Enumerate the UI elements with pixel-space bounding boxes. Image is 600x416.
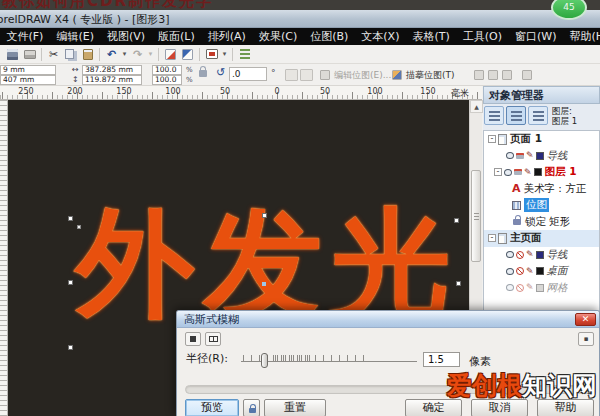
printable-icon[interactable] (516, 153, 524, 159)
import-button[interactable] (162, 46, 179, 62)
single-preview-button[interactable] (185, 332, 201, 346)
selection-handle-middle-right[interactable] (456, 281, 461, 286)
object-height-field[interactable]: 119.872 mm (82, 75, 142, 85)
menu-window[interactable]: 窗口(W) (509, 28, 563, 45)
application-launcher-button[interactable] (203, 46, 220, 62)
menu-effects[interactable]: 效果(C) (252, 28, 303, 45)
tree-row-locked-rectangle[interactable]: 锁定 矩形 (484, 214, 599, 231)
expand-panel-button[interactable]: ▪ (578, 332, 594, 346)
redo-button[interactable]: ↷ (129, 46, 146, 62)
menu-help[interactable]: 帮助(H) (563, 28, 600, 45)
artistic-text-object[interactable]: 外发光 (76, 204, 460, 322)
window-title: CorelDRAW X4 ( 专业版 ) - [图形3] (0, 12, 170, 27)
menu-tools[interactable]: 工具(O) (456, 28, 508, 45)
menu-file[interactable]: 文件(F) (0, 28, 50, 45)
standard-toolbar: ✂ ↶ ▾ ↷ ▾ ▾ (0, 45, 600, 64)
cut-button[interactable]: ✂ (45, 46, 62, 62)
export-button[interactable] (179, 46, 196, 62)
preview-lock-button[interactable] (243, 399, 260, 416)
slider-tick-marks-dense (273, 355, 313, 362)
non-printable-icon[interactable] (516, 284, 524, 292)
edit-bitmap-button[interactable]: 编辑位图(E)... (334, 69, 391, 82)
undo-button[interactable]: ↶ (103, 46, 120, 62)
editable-pencil-icon[interactable]: ✎ (526, 283, 534, 292)
object-width-field[interactable]: 387.285 mm (82, 65, 142, 75)
selection-handle-top-left[interactable] (68, 216, 73, 221)
trace-bitmap-button[interactable]: 描摹位图(T) (406, 69, 455, 82)
menu-edit[interactable]: 编辑(E) (50, 28, 101, 45)
scroll-up-arrow-icon[interactable]: ▲ (470, 100, 483, 113)
selection-handle-top-right[interactable] (454, 218, 459, 223)
menu-arrange[interactable]: 排列(A) (201, 28, 252, 45)
undo-dropdown[interactable]: ▾ (120, 50, 129, 58)
reset-button[interactable]: 重置 (264, 399, 326, 416)
tree-row-master-guides[interactable]: ✎ 导线 (484, 247, 599, 264)
collapse-icon[interactable]: - (494, 168, 502, 176)
tree-row-artistic-text[interactable]: A 美术字 : 方正 (484, 181, 599, 198)
selection-handle-middle-left[interactable] (68, 280, 73, 285)
paste-button[interactable] (79, 46, 96, 62)
scale-x-field[interactable]: 100.0 (152, 65, 182, 75)
selection-handle-bottom-left[interactable] (68, 345, 73, 350)
collapse-icon[interactable]: - (488, 234, 496, 242)
launcher-dropdown[interactable]: ▾ (220, 50, 229, 58)
tree-row-bitmap[interactable]: 位图 (484, 197, 599, 214)
visibility-eye-icon[interactable] (506, 152, 514, 159)
docker-title: 对象管理器 (483, 86, 600, 104)
dialog-title-bar[interactable]: 高斯式模糊 (177, 311, 599, 328)
non-printable-icon[interactable] (516, 251, 524, 259)
edit-across-layers-button[interactable] (528, 106, 548, 125)
tree-label: 美术字 : 方正 (524, 182, 587, 196)
mirror-vertical-button[interactable] (300, 69, 313, 81)
visibility-eye-icon[interactable] (506, 251, 514, 258)
non-printable-icon[interactable] (516, 267, 524, 275)
application-launcher-icon (206, 49, 218, 59)
scrollbar-thumb[interactable] (471, 170, 481, 262)
copy-button[interactable] (62, 46, 79, 62)
menu-table[interactable]: 表格(T) (406, 28, 456, 45)
radius-slider-thumb[interactable] (261, 353, 268, 368)
object-x-field[interactable]: 9 mm (0, 65, 56, 75)
dual-preview-button[interactable] (205, 332, 221, 346)
editable-pencil-icon[interactable]: ✎ (526, 250, 534, 259)
menu-text[interactable]: 文本(X) (355, 28, 406, 45)
menu-view[interactable]: 视图(V) (100, 28, 151, 45)
layer-manager-view-button[interactable] (506, 106, 526, 125)
menu-layout[interactable]: 版面(L) (152, 28, 202, 45)
bitmap-mode-button[interactable] (488, 70, 498, 80)
rotation-angle-field[interactable]: .0 (229, 67, 267, 81)
selection-handle-top-middle[interactable] (262, 213, 267, 218)
save-button[interactable] (4, 46, 21, 62)
radius-value-field[interactable]: 1.5 (423, 352, 460, 367)
tree-row-master-page[interactable]: - 主页面 (484, 230, 599, 247)
visibility-eye-icon[interactable] (506, 268, 514, 275)
bitmap-settings-button[interactable] (522, 70, 532, 80)
options-button[interactable] (236, 46, 253, 62)
tree-row-desktop[interactable]: ✎ 桌面 (484, 263, 599, 280)
tree-row-grid[interactable]: ✎ 网格 (484, 280, 599, 297)
docker-toolbar: 图层: 图层 1 (483, 104, 600, 130)
editable-pencil-icon[interactable]: ✎ (524, 168, 532, 177)
tree-row-page1[interactable]: - 页面 1 (484, 131, 599, 148)
preview-button[interactable]: 预览 (185, 399, 239, 416)
visibility-eye-icon[interactable] (504, 169, 512, 176)
editable-pencil-icon[interactable]: ✎ (526, 151, 534, 160)
layer-color-swatch (536, 284, 544, 292)
mirror-horizontal-button[interactable] (285, 69, 298, 81)
close-icon[interactable]: ✕ (575, 313, 596, 326)
printable-icon[interactable] (514, 169, 522, 175)
visibility-eye-icon[interactable] (506, 284, 514, 291)
scale-y-field[interactable]: 100.0 (152, 75, 182, 85)
lock-ratio-icon[interactable] (199, 70, 207, 77)
tree-row-layer1[interactable]: - ✎ 图层 1 (484, 164, 599, 181)
resample-button[interactable] (474, 70, 484, 80)
menu-bitmaps[interactable]: 位图(B) (304, 28, 355, 45)
object-y-field[interactable]: 407 mm (0, 75, 56, 85)
redo-dropdown[interactable]: ▾ (146, 50, 155, 58)
editable-pencil-icon[interactable]: ✎ (526, 267, 534, 276)
new-layer-button[interactable] (484, 106, 504, 125)
print-button[interactable] (21, 46, 38, 62)
collapse-icon[interactable]: - (488, 135, 496, 143)
bitmap-mask-button[interactable] (502, 70, 512, 80)
tree-row-guides[interactable]: ✎ 导线 (484, 148, 599, 165)
